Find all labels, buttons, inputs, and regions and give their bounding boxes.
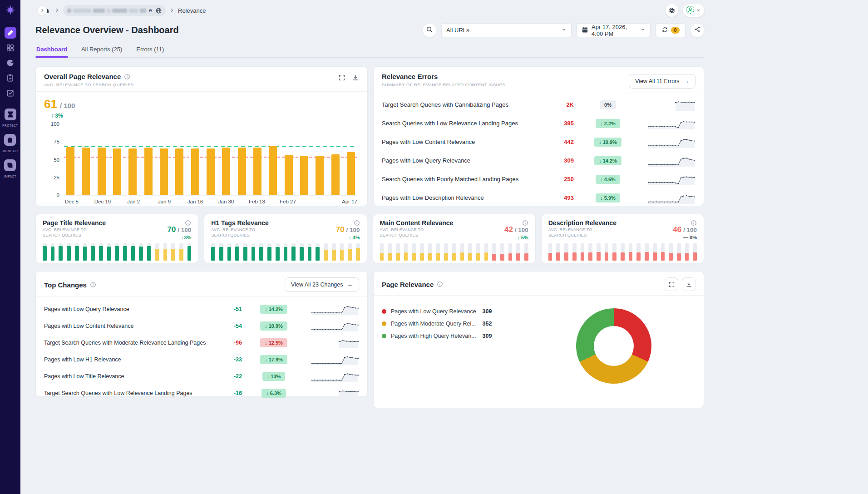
mini-bar[interactable] [476,243,480,261]
tab-all-reports[interactable]: All Reports (25) [80,43,123,57]
view-all-errors-button[interactable]: View All 11 Errors → [629,74,695,89]
legend-item[interactable]: Pages with Moderate Query Rel... 352 [382,321,532,327]
error-row[interactable]: Pages with Low Query Relevance309↓ 14.2% [382,151,695,170]
bar[interactable] [207,148,215,195]
tab-errors[interactable]: Errors (11) [135,43,165,57]
mini-bar[interactable] [252,243,256,261]
mini-bar[interactable] [267,243,271,261]
mini-bar[interactable] [597,243,601,261]
mini-bar[interactable] [516,243,520,261]
share-button[interactable] [690,24,704,37]
change-row[interactable]: Pages with Low Content Relevance-54↓ 10.… [44,317,359,334]
mini-bar[interactable] [115,243,119,261]
mini-bar[interactable] [163,243,168,261]
settings-gear-icon[interactable] [666,4,678,17]
sidebar-group-protect[interactable]: PROTECT [2,109,18,127]
sidebar-item-relevance-pill-icon[interactable] [5,27,16,39]
sidebar-item-clipboard-icon[interactable] [5,72,16,84]
sidebar-group-monitor[interactable]: MONITOR [2,134,18,153]
mini-bar[interactable] [500,243,504,261]
mini-bar[interactable] [564,243,568,261]
mini-bar[interactable] [123,243,127,261]
mini-bar[interactable] [235,243,239,261]
mini-bar[interactable] [428,243,432,261]
mini-bar[interactable] [324,243,328,261]
mini-bar[interactable] [171,243,175,261]
bar[interactable] [238,148,246,195]
mini-bar[interactable] [99,243,103,261]
mini-bar[interactable] [179,243,183,261]
app-logo-icon[interactable] [5,4,16,16]
error-row[interactable]: Search Queries with Poorly Matched Landi… [382,170,695,188]
mini-bar[interactable] [612,243,616,261]
change-row[interactable]: Pages with Low Title Relevance-22↓ 13% [44,368,359,385]
refresh-button[interactable]: 0 [656,23,686,37]
donut-chart[interactable] [576,308,651,384]
mini-bar[interactable] [420,243,424,261]
info-icon[interactable] [124,74,130,80]
bar[interactable] [331,154,340,195]
error-row[interactable]: Search Queries with Low Relevance Landin… [382,114,695,133]
mini-bar[interactable] [147,243,151,261]
mini-bar[interactable] [91,243,95,261]
download-icon[interactable] [352,74,359,81]
bar[interactable] [347,152,355,195]
bar[interactable] [66,147,74,195]
mini-bar[interactable] [219,243,223,261]
mini-bar[interactable] [300,243,304,261]
bar[interactable] [175,148,183,195]
legend-item[interactable]: Pages with High Query Relevan... 309 [382,333,532,339]
download-icon[interactable] [682,277,695,291]
change-row[interactable]: Target Search Queries with Low Relevance… [44,385,359,401]
mini-bar[interactable] [187,243,192,261]
mini-bar[interactable] [661,243,665,261]
mini-bar[interactable] [340,243,344,261]
mini-bar[interactable] [131,243,135,261]
bar[interactable] [98,148,106,195]
bar[interactable] [160,148,168,195]
bar[interactable] [128,148,137,195]
mini-bar[interactable] [155,243,159,261]
sidebar-item-gauge-icon[interactable] [5,57,16,69]
mini-bar[interactable] [316,243,320,261]
mini-bar[interactable] [308,243,312,261]
mini-bar[interactable] [669,243,673,261]
mini-bar[interactable] [83,243,87,261]
mini-bar[interactable] [548,243,552,261]
mini-bar[interactable] [259,243,263,261]
sidebar-item-checklist-icon[interactable] [5,87,16,99]
mini-bar[interactable] [67,243,71,261]
error-row[interactable]: Pages with Low Description Relevance493↓… [382,188,695,207]
mini-bar[interactable] [685,243,689,261]
mini-bar[interactable] [636,243,641,261]
mini-bar[interactable] [388,243,392,261]
error-row[interactable]: Target Search Queries with Cannibalizing… [382,95,695,114]
change-row[interactable]: Pages with Low Query Relevance-51↓ 14.2% [44,301,359,317]
mini-bar[interactable] [284,243,288,261]
info-icon[interactable] [437,281,443,287]
sidebar-collapse-button[interactable] [37,5,47,15]
mini-bar[interactable] [107,243,111,261]
mini-bar[interactable] [484,243,488,261]
mini-bar[interactable] [621,243,625,261]
mini-bar[interactable] [524,243,528,261]
mini-bar[interactable] [629,243,633,261]
mini-bar[interactable] [396,243,400,261]
bar[interactable] [82,148,90,195]
mini-bar[interactable] [276,243,280,261]
bar[interactable] [191,148,199,195]
mini-bar[interactable] [444,243,448,261]
mini-bar[interactable] [43,243,47,261]
breadcrumb-current-page[interactable]: Relevance [178,7,206,14]
mini-bar[interactable] [436,243,440,261]
mini-bar[interactable] [572,243,577,261]
mini-bar[interactable] [460,243,464,261]
search-button[interactable] [423,24,436,37]
mini-bar[interactable] [75,243,79,261]
mini-bar[interactable] [605,243,609,261]
mini-bar[interactable] [588,243,592,261]
tab-dashboard[interactable]: Dashboard [35,43,68,57]
user-menu[interactable] [683,4,704,17]
bar[interactable] [253,148,261,195]
expand-icon[interactable] [665,277,678,291]
